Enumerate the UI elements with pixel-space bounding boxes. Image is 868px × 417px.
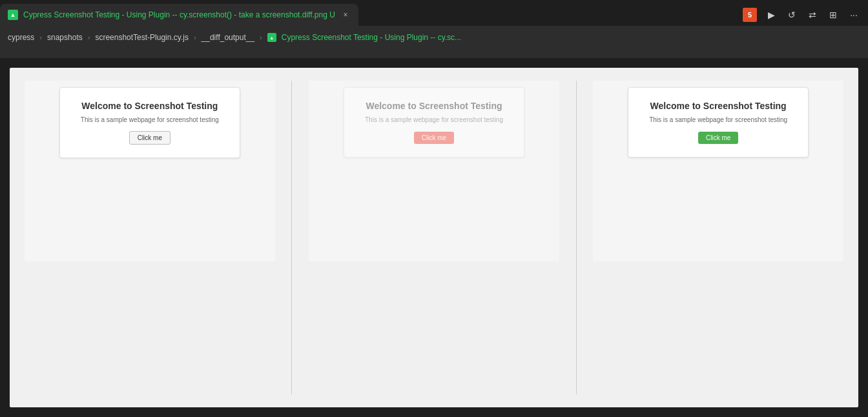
breadcrumb-sep-1: › xyxy=(39,34,42,41)
baseline-subtitle: This is a sample webpage for screenshot … xyxy=(73,116,227,123)
history-icon[interactable]: ↺ xyxy=(785,8,798,21)
cypress-favicon: ▲ xyxy=(8,10,18,20)
breadcrumb-sep-4: › xyxy=(260,34,262,41)
diff-panel: Welcome to Screenshot Testing This is a … xyxy=(309,81,559,261)
main-content: Welcome to Screenshot Testing This is a … xyxy=(0,58,868,417)
actual-title: Welcome to Screenshot Testing xyxy=(641,101,795,111)
baseline-button[interactable]: Click me xyxy=(129,131,170,145)
breadcrumb-bar: cypress › snapshots › screenshotTest-Plu… xyxy=(0,26,868,49)
baseline-title: Welcome to Screenshot Testing xyxy=(73,101,227,111)
diff-card: Welcome to Screenshot Testing This is a … xyxy=(344,87,524,158)
breadcrumb-snapshots[interactable]: snapshots xyxy=(47,33,83,42)
actual-card: Welcome to Screenshot Testing This is a … xyxy=(628,87,809,158)
active-tab[interactable]: ▲ Cypress Screenshot Testing - Using Plu… xyxy=(0,4,358,26)
actual-button[interactable]: Click me xyxy=(698,132,738,144)
tab-title: Cypress Screenshot Testing - Using Plugi… xyxy=(23,10,335,19)
actual-subtitle: This is a sample webpage for screenshot … xyxy=(641,116,795,123)
divider-right xyxy=(576,81,577,394)
tab-favicon: ▲ xyxy=(8,10,18,20)
branch-icon[interactable]: ⇄ xyxy=(806,8,819,21)
html5-icon: 5 xyxy=(743,8,757,22)
breadcrumb-sep-3: › xyxy=(194,34,196,41)
breadcrumb-current-file[interactable]: Cypress Screenshot Testing - Using Plugi… xyxy=(282,33,461,42)
diff-subtitle: This is a sample webpage for screenshot … xyxy=(357,116,511,123)
play-icon[interactable]: ▶ xyxy=(765,8,778,21)
baseline-panel: Welcome to Screenshot Testing This is a … xyxy=(25,81,275,261)
tab-close-button[interactable]: × xyxy=(340,10,351,20)
split-view-icon[interactable]: ⊞ xyxy=(827,8,840,21)
diff-title: Welcome to Screenshot Testing xyxy=(357,101,511,111)
tab-bar: ▲ Cypress Screenshot Testing - Using Plu… xyxy=(0,0,868,26)
breadcrumb-sep-2: › xyxy=(88,34,90,41)
breadcrumb-diffoutput[interactable]: __diff_output__ xyxy=(202,33,255,42)
breadcrumb-cypress[interactable]: cypress xyxy=(8,33,34,42)
image-file-icon: ▲ xyxy=(267,33,276,42)
browser-chrome: ▲ Cypress Screenshot Testing - Using Plu… xyxy=(0,0,868,58)
baseline-card: Welcome to Screenshot Testing This is a … xyxy=(59,87,240,158)
breadcrumb-specfile[interactable]: screenshotTest-Plugin.cy.js xyxy=(95,33,189,42)
diff-button[interactable]: Click me xyxy=(414,132,454,144)
more-options-icon[interactable]: ··· xyxy=(847,8,860,21)
divider-left xyxy=(291,81,292,394)
actual-panel: Welcome to Screenshot Testing This is a … xyxy=(593,81,843,261)
image-viewer: Welcome to Screenshot Testing This is a … xyxy=(10,68,858,407)
